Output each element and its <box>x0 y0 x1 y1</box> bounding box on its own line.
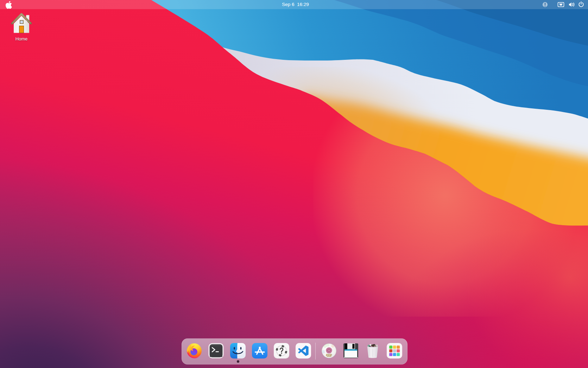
svg-text:DVD: DVD <box>326 353 332 356</box>
